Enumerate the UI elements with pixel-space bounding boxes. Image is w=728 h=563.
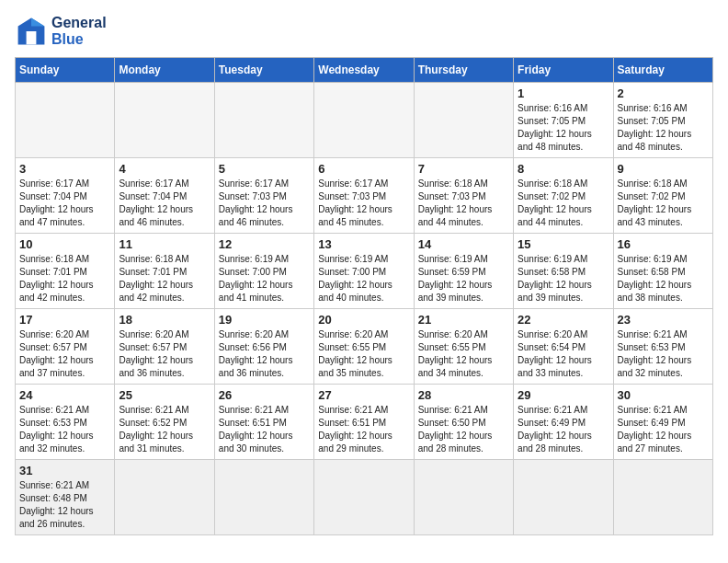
calendar-cell: 28Sunrise: 6:21 AM Sunset: 6:50 PM Dayli… (414, 385, 513, 460)
svg-rect-2 (27, 31, 37, 44)
day-number: 19 (219, 313, 310, 327)
calendar-cell (214, 83, 313, 158)
day-number: 2 (618, 86, 709, 100)
calendar-cell: 4Sunrise: 6:17 AM Sunset: 7:04 PM Daylig… (115, 158, 214, 234)
calendar-cell: 10Sunrise: 6:18 AM Sunset: 7:01 PM Dayli… (16, 234, 115, 309)
day-info: Sunrise: 6:21 AM Sunset: 6:53 PM Dayligh… (618, 328, 709, 380)
day-number: 6 (318, 162, 409, 176)
day-number: 23 (618, 313, 709, 327)
calendar-cell (115, 83, 214, 158)
day-info: Sunrise: 6:17 AM Sunset: 7:04 PM Dayligh… (119, 178, 210, 229)
day-number: 31 (19, 464, 110, 477)
day-info: Sunrise: 6:18 AM Sunset: 7:03 PM Dayligh… (418, 178, 509, 229)
day-number: 25 (119, 388, 210, 402)
day-info: Sunrise: 6:17 AM Sunset: 7:03 PM Dayligh… (318, 178, 409, 229)
calendar-cell (214, 460, 313, 535)
day-info: Sunrise: 6:20 AM Sunset: 6:56 PM Dayligh… (219, 328, 310, 380)
calendar-cell: 16Sunrise: 6:19 AM Sunset: 6:58 PM Dayli… (613, 234, 712, 309)
calendar-cell: 25Sunrise: 6:21 AM Sunset: 6:52 PM Dayli… (115, 385, 214, 460)
weekday-header-tuesday: Tuesday (214, 58, 313, 83)
day-number: 15 (518, 237, 609, 251)
calendar-cell: 26Sunrise: 6:21 AM Sunset: 6:51 PM Dayli… (214, 385, 313, 460)
calendar-cell: 7Sunrise: 6:18 AM Sunset: 7:03 PM Daylig… (414, 158, 513, 234)
day-number: 1 (518, 86, 609, 100)
day-number: 17 (19, 313, 110, 327)
day-info: Sunrise: 6:18 AM Sunset: 7:01 PM Dayligh… (119, 253, 210, 304)
logo-text: General Blue (51, 15, 107, 47)
calendar-cell: 3Sunrise: 6:17 AM Sunset: 7:04 PM Daylig… (16, 158, 115, 234)
calendar-cell (414, 460, 513, 535)
day-number: 18 (119, 313, 210, 327)
day-info: Sunrise: 6:17 AM Sunset: 7:03 PM Dayligh… (219, 178, 310, 229)
day-info: Sunrise: 6:21 AM Sunset: 6:48 PM Dayligh… (19, 479, 110, 531)
header: General Blue (15, 15, 713, 48)
day-info: Sunrise: 6:20 AM Sunset: 6:57 PM Dayligh… (119, 328, 210, 380)
calendar-cell (314, 460, 414, 535)
calendar: SundayMondayTuesdayWednesdayThursdayFrid… (15, 57, 713, 535)
weekday-header-thursday: Thursday (414, 58, 513, 83)
day-info: Sunrise: 6:19 AM Sunset: 7:00 PM Dayligh… (219, 253, 310, 304)
day-number: 12 (219, 237, 310, 251)
day-number: 13 (318, 237, 409, 251)
day-number: 8 (518, 162, 609, 176)
day-number: 11 (119, 237, 210, 251)
day-number: 9 (618, 162, 709, 176)
day-info: Sunrise: 6:16 AM Sunset: 7:05 PM Dayligh… (618, 102, 709, 154)
calendar-cell: 24Sunrise: 6:21 AM Sunset: 6:53 PM Dayli… (16, 385, 115, 460)
day-number: 3 (19, 162, 110, 176)
day-number: 10 (19, 237, 110, 251)
day-number: 14 (418, 237, 509, 251)
day-number: 29 (518, 388, 609, 402)
day-number: 4 (119, 162, 210, 176)
calendar-cell: 8Sunrise: 6:18 AM Sunset: 7:02 PM Daylig… (514, 158, 613, 234)
calendar-cell: 30Sunrise: 6:21 AM Sunset: 6:49 PM Dayli… (613, 385, 712, 460)
day-info: Sunrise: 6:18 AM Sunset: 7:02 PM Dayligh… (518, 178, 609, 229)
day-number: 30 (618, 388, 709, 402)
calendar-cell: 19Sunrise: 6:20 AM Sunset: 6:56 PM Dayli… (214, 309, 313, 385)
calendar-cell: 14Sunrise: 6:19 AM Sunset: 6:59 PM Dayli… (414, 234, 513, 309)
day-info: Sunrise: 6:17 AM Sunset: 7:04 PM Dayligh… (19, 178, 110, 229)
day-number: 5 (219, 162, 310, 176)
day-number: 7 (418, 162, 509, 176)
calendar-cell: 18Sunrise: 6:20 AM Sunset: 6:57 PM Dayli… (115, 309, 214, 385)
weekday-header-sunday: Sunday (16, 58, 115, 83)
calendar-cell (314, 83, 414, 158)
day-info: Sunrise: 6:20 AM Sunset: 6:57 PM Dayligh… (19, 328, 110, 380)
day-number: 22 (518, 313, 609, 327)
calendar-cell: 1Sunrise: 6:16 AM Sunset: 7:05 PM Daylig… (514, 83, 613, 158)
calendar-cell: 23Sunrise: 6:21 AM Sunset: 6:53 PM Dayli… (613, 309, 712, 385)
calendar-cell: 15Sunrise: 6:19 AM Sunset: 6:58 PM Dayli… (514, 234, 613, 309)
weekday-header-monday: Monday (115, 58, 214, 83)
day-info: Sunrise: 6:21 AM Sunset: 6:52 PM Dayligh… (119, 404, 210, 455)
calendar-cell (115, 460, 214, 535)
calendar-cell: 31Sunrise: 6:21 AM Sunset: 6:48 PM Dayli… (16, 460, 115, 535)
day-info: Sunrise: 6:21 AM Sunset: 6:49 PM Dayligh… (618, 404, 709, 455)
day-number: 20 (318, 313, 409, 327)
day-info: Sunrise: 6:21 AM Sunset: 6:51 PM Dayligh… (219, 404, 310, 455)
day-info: Sunrise: 6:19 AM Sunset: 6:59 PM Dayligh… (418, 253, 509, 304)
day-info: Sunrise: 6:19 AM Sunset: 7:00 PM Dayligh… (318, 253, 409, 304)
day-info: Sunrise: 6:21 AM Sunset: 6:49 PM Dayligh… (518, 404, 609, 455)
calendar-cell: 17Sunrise: 6:20 AM Sunset: 6:57 PM Dayli… (16, 309, 115, 385)
day-info: Sunrise: 6:20 AM Sunset: 6:55 PM Dayligh… (418, 328, 509, 380)
day-number: 27 (318, 388, 409, 402)
day-info: Sunrise: 6:18 AM Sunset: 7:01 PM Dayligh… (19, 253, 110, 304)
day-number: 26 (219, 388, 310, 402)
calendar-cell: 9Sunrise: 6:18 AM Sunset: 7:02 PM Daylig… (613, 158, 712, 234)
weekday-header-friday: Friday (514, 58, 613, 83)
logo: General Blue (15, 15, 107, 48)
calendar-cell: 21Sunrise: 6:20 AM Sunset: 6:55 PM Dayli… (414, 309, 513, 385)
calendar-cell: 27Sunrise: 6:21 AM Sunset: 6:51 PM Dayli… (314, 385, 414, 460)
calendar-cell: 6Sunrise: 6:17 AM Sunset: 7:03 PM Daylig… (314, 158, 414, 234)
calendar-cell: 5Sunrise: 6:17 AM Sunset: 7:03 PM Daylig… (214, 158, 313, 234)
day-info: Sunrise: 6:21 AM Sunset: 6:51 PM Dayligh… (318, 404, 409, 455)
day-info: Sunrise: 6:18 AM Sunset: 7:02 PM Dayligh… (618, 178, 709, 229)
day-info: Sunrise: 6:20 AM Sunset: 6:54 PM Dayligh… (518, 328, 609, 380)
day-info: Sunrise: 6:16 AM Sunset: 7:05 PM Dayligh… (518, 102, 609, 154)
weekday-header-wednesday: Wednesday (314, 58, 414, 83)
day-info: Sunrise: 6:19 AM Sunset: 6:58 PM Dayligh… (518, 253, 609, 304)
day-info: Sunrise: 6:21 AM Sunset: 6:50 PM Dayligh… (418, 404, 509, 455)
calendar-cell (16, 83, 115, 158)
day-info: Sunrise: 6:19 AM Sunset: 6:58 PM Dayligh… (618, 253, 709, 304)
svg-marker-1 (31, 18, 44, 27)
